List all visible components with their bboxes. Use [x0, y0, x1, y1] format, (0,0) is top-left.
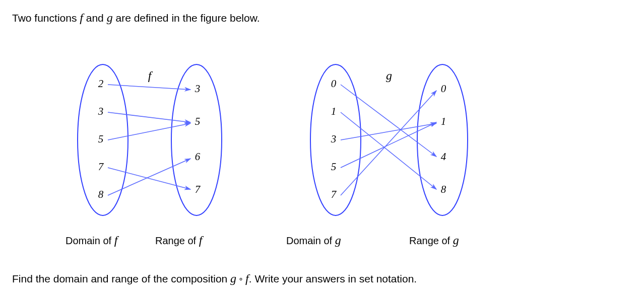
function-label-f: f	[148, 69, 153, 82]
arrow	[341, 91, 436, 195]
text-segment: and	[83, 12, 107, 24]
variable-f: f	[199, 234, 203, 247]
arrow	[108, 112, 190, 122]
arrow	[341, 112, 436, 189]
diagram-g: 0 1 3 5 7 0 1 4 8 g	[310, 64, 468, 215]
g-domain-value: 1	[331, 105, 337, 117]
g-range-value: 4	[441, 151, 446, 163]
g-range-value: 1	[441, 115, 446, 127]
variable-g: g	[107, 11, 113, 24]
caption-text: Domain of	[286, 235, 335, 246]
f-domain-value: 5	[98, 133, 104, 145]
page: Two functions f and g are defined in the…	[0, 0, 644, 291]
prompt-line-2: Find the domain and range of the composi…	[12, 272, 417, 285]
f-range-value: 3	[195, 83, 201, 95]
diagrams: 2 3 5 7 8 3 5 6 7 f	[0, 59, 644, 241]
variable-g: g	[230, 272, 236, 285]
caption-range-g: Range of g	[409, 234, 459, 247]
f-domain-value: 3	[98, 105, 104, 117]
caption-range-f: Range of f	[155, 234, 202, 247]
caption-text: Range of	[155, 235, 199, 246]
f-range-value: 7	[195, 183, 201, 195]
variable-f: f	[80, 11, 83, 24]
f-range-value: 6	[195, 151, 201, 163]
f-range-value: 5	[195, 115, 201, 127]
g-range-value: 8	[441, 183, 446, 195]
f-domain-value: 2	[98, 78, 104, 90]
caption-text: Domain of	[66, 235, 114, 246]
g-range-value: 0	[441, 83, 446, 95]
caption-domain-g: Domain of g	[286, 234, 341, 247]
text-segment: . Write your answers in set notation.	[249, 273, 417, 284]
text-segment: Two functions	[12, 12, 80, 24]
f-domain-value: 7	[98, 161, 104, 173]
function-label-g: g	[386, 69, 392, 82]
arrow	[341, 123, 436, 140]
text-segment: are defined in the figure below.	[113, 12, 260, 24]
arrow	[341, 122, 436, 168]
g-domain-value: 0	[331, 78, 337, 90]
mapping-diagrams-svg: 2 3 5 7 8 3 5 6 7 f	[0, 59, 644, 241]
variable-f: f	[114, 234, 118, 247]
g-domain-value: 3	[331, 133, 337, 145]
arrow	[108, 123, 190, 140]
arrow	[108, 168, 190, 189]
f-domain-value: 8	[98, 188, 104, 200]
g-domain-value: 5	[331, 161, 337, 173]
g-domain-value: 7	[331, 188, 337, 200]
caption-domain-f: Domain of f	[66, 234, 117, 247]
caption-text: Range of	[409, 235, 453, 246]
compose-symbol: ∘	[236, 275, 245, 283]
variable-g: g	[453, 234, 459, 247]
variable-g: g	[335, 234, 341, 247]
variable-f: f	[245, 272, 249, 285]
diagram-f: 2 3 5 7 8 3 5 6 7 f	[78, 64, 222, 215]
text-segment: Find the domain and range of the composi…	[12, 273, 230, 284]
prompt-line-1: Two functions f and g are defined in the…	[12, 11, 260, 25]
